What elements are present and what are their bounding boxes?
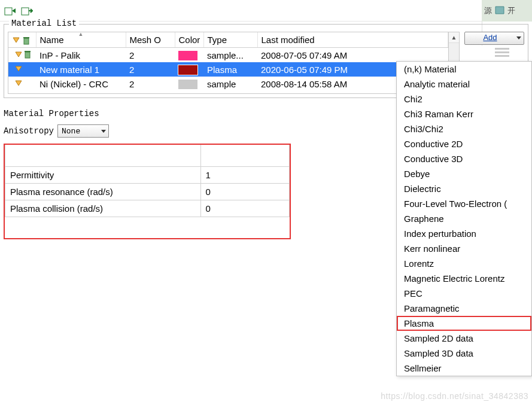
add-menu-item[interactable]: Sampled 2D data (397, 331, 531, 346)
cell-type: sample (203, 77, 257, 91)
fragment-text: 源 (484, 5, 492, 16)
add-menu-item[interactable]: Analytic material (397, 77, 531, 92)
cell-name: Ni (Nickel) - CRC (36, 77, 126, 91)
add-menu-item[interactable]: Magnetic Electric Lorentz (397, 271, 531, 286)
add-menu-item[interactable]: Chi3 Raman Kerr (397, 106, 531, 121)
fragment-icon (494, 5, 505, 17)
add-menu-item[interactable]: Four-Level Two-Electron ( (397, 196, 531, 211)
add-menu-item[interactable]: PEC (397, 286, 531, 301)
svg-rect-1 (22, 8, 29, 15)
prop-value[interactable]: 1 (200, 166, 289, 183)
props-header-right (200, 145, 289, 166)
table-row[interactable]: New material 12Plasma2020-06-05 07:49 PM (8, 62, 448, 77)
prop-row: Plasma resonance (rad/s) 0 (5, 183, 290, 200)
properties-box: Permittivity 1 Plasma resonance (rad/s) … (4, 144, 291, 239)
add-menu-item[interactable]: Conductive 2D (397, 136, 531, 151)
cell-mesh: 2 (126, 62, 175, 77)
material-list-label: Material List (9, 19, 79, 28)
add-button[interactable]: Add (464, 32, 524, 45)
add-menu[interactable]: (n,k) MaterialAnalytic materialChi2Chi3 … (396, 61, 532, 376)
add-menu-item[interactable]: Dielectric (397, 181, 531, 196)
svg-rect-0 (5, 8, 12, 15)
add-menu-item[interactable]: Graphene (397, 211, 531, 226)
export-right-icon[interactable] (20, 4, 34, 17)
add-menu-item[interactable]: Plasma (397, 316, 531, 331)
col-type[interactable]: Type (203, 32, 257, 48)
cell-color (175, 77, 203, 91)
cell-type: Plasma (203, 62, 257, 77)
cell-type: sample... (203, 48, 257, 63)
add-menu-item[interactable]: Sampled 3D data (397, 346, 531, 361)
row-marker-icon (14, 51, 23, 59)
cell-name: InP - Palik (36, 48, 126, 63)
prop-row: Permittivity 1 (5, 166, 290, 183)
fragment-text2: 开 (507, 5, 515, 16)
svg-rect-3 (23, 37, 29, 38)
import-left-icon[interactable] (4, 4, 17, 17)
prop-label: Plasma collision (rad/s) (5, 200, 201, 217)
add-menu-item[interactable]: Kerr nonlinear (397, 241, 531, 256)
cell-color (175, 48, 203, 63)
prop-label: Plasma resonance (rad/s) (5, 183, 201, 200)
svg-rect-4 (25, 52, 30, 58)
cell-mesh: 2 (126, 77, 175, 91)
cell-mesh: 2 (126, 48, 175, 63)
watermark: https://blog.csdn.net/sinat_34842383 (381, 391, 528, 401)
props-header-left (5, 145, 201, 166)
scroll-up-icon[interactable]: ▲ (449, 32, 459, 43)
titlebar-fragment: 源 开 (482, 0, 532, 22)
add-button-label: Add (483, 33, 497, 42)
svg-rect-5 (25, 51, 31, 52)
anisotropy-select[interactable]: None (57, 124, 109, 138)
anisotropy-label: Anisotropy (4, 126, 54, 136)
props-footer (5, 217, 290, 238)
prop-value[interactable]: 0 (200, 183, 289, 200)
add-menu-item[interactable]: Chi2 (397, 92, 531, 106)
trash-icon[interactable] (24, 50, 31, 60)
material-table[interactable]: ▲Name Mesh O Color Type Last modified In… (8, 32, 449, 94)
col-modified[interactable]: Last modified (257, 32, 448, 48)
prop-label: Permittivity (5, 166, 201, 183)
add-menu-item[interactable]: Index perturbation (397, 226, 531, 241)
add-menu-item[interactable]: Paramagnetic (397, 301, 531, 316)
col-mesh[interactable]: Mesh O (126, 32, 175, 48)
table-header-row[interactable]: ▲Name Mesh O Color Type Last modified (8, 32, 448, 48)
row-marker-icon (14, 80, 23, 88)
col-icon[interactable] (8, 32, 36, 48)
add-menu-item[interactable]: Lorentz (397, 256, 531, 271)
svg-rect-2 (24, 38, 29, 44)
add-menu-item[interactable]: (n,k) Material (397, 62, 531, 77)
anisotropy-value: None (62, 127, 80, 136)
add-menu-item[interactable]: Sellmeier (397, 361, 531, 376)
cell-color (175, 62, 203, 77)
top-toolbar (0, 0, 532, 22)
table-row[interactable]: InP - Palik2sample...2008-07-05 07:49 AM (8, 48, 448, 63)
add-menu-item[interactable]: Debye (397, 166, 531, 181)
col-color[interactable]: Color (175, 32, 203, 48)
col-name[interactable]: ▲Name (36, 32, 126, 48)
prop-value[interactable]: 0 (200, 200, 289, 217)
add-menu-item[interactable]: Chi3/Chi2 (397, 121, 531, 136)
table-row[interactable]: Ni (Nickel) - CRC2sample2008-08-14 05:58… (8, 77, 448, 91)
row-marker-icon (14, 65, 23, 74)
cell-name: New material 1 (36, 62, 126, 77)
add-menu-item[interactable]: Conductive 3D (397, 151, 531, 166)
prop-row: Plasma collision (rad/s) 0 (5, 200, 290, 217)
cell-modified: 2008-07-05 07:49 AM (257, 48, 448, 63)
